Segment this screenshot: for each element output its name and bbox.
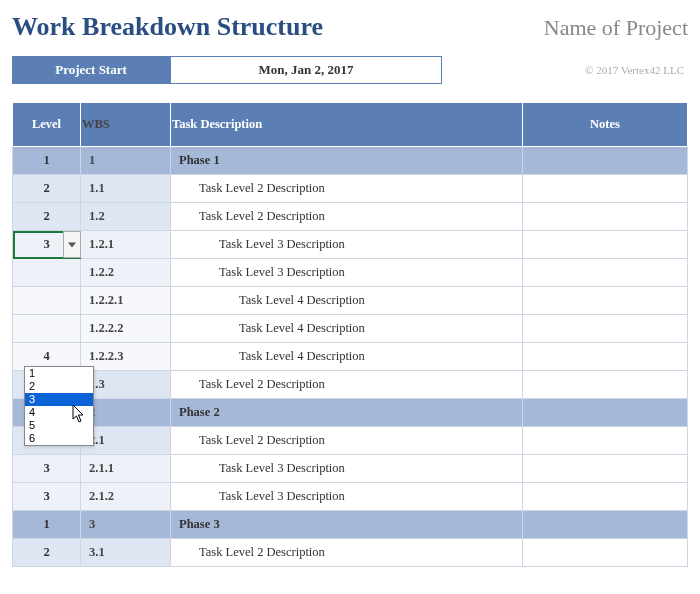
cell-description[interactable]: Task Level 2 Description (171, 539, 523, 567)
cell-wbs[interactable]: 1.2.2.1 (81, 287, 171, 315)
cell-level[interactable] (13, 259, 81, 287)
dropdown-option[interactable]: 1 (25, 367, 93, 380)
cell-notes[interactable] (523, 147, 688, 175)
table-row: 1.2.2.1Task Level 4 Description (13, 287, 688, 315)
wbs-table: Level WBS Task Description Notes 11Phase… (12, 102, 688, 567)
project-name: Name of Project (544, 15, 688, 41)
cell-description[interactable]: Phase 3 (171, 511, 523, 539)
table-row: 11Phase 1 (13, 147, 688, 175)
table-row: 21.2Task Level 2 Description (13, 203, 688, 231)
table-row: 32.1.2Task Level 3 Description (13, 483, 688, 511)
table-row: 12Phase 2 (13, 399, 688, 427)
cell-notes[interactable] (523, 539, 688, 567)
cell-notes[interactable] (523, 287, 688, 315)
cell-notes[interactable] (523, 203, 688, 231)
cell-notes[interactable] (523, 427, 688, 455)
copyright: © 2017 Vertex42 LLC (585, 56, 688, 84)
cell-description[interactable]: Task Level 2 Description (171, 427, 523, 455)
cell-notes[interactable] (523, 399, 688, 427)
dropdown-option[interactable]: 6 (25, 432, 93, 445)
cell-notes[interactable] (523, 175, 688, 203)
cell-wbs[interactable]: 1.2.2.3 (81, 343, 171, 371)
cell-description[interactable]: Task Level 2 Description (171, 175, 523, 203)
cell-description[interactable]: Task Level 2 Description (171, 203, 523, 231)
cell-description[interactable]: Phase 2 (171, 399, 523, 427)
cell-level[interactable]: 3 (13, 455, 81, 483)
cell-notes[interactable] (523, 343, 688, 371)
cell-wbs[interactable]: 1.3 (81, 371, 171, 399)
cell-description[interactable]: Task Level 4 Description (171, 315, 523, 343)
level-dropdown-list[interactable]: 123456 (24, 366, 94, 446)
cell-wbs[interactable]: 1 (81, 147, 171, 175)
project-start-label: Project Start (12, 56, 170, 84)
table-row: 1.2.2Task Level 3 Description (13, 259, 688, 287)
table-row: 21.1Task Level 2 Description (13, 175, 688, 203)
cell-description[interactable]: Phase 1 (171, 147, 523, 175)
cell-wbs[interactable]: 3.1 (81, 539, 171, 567)
cell-description[interactable]: Task Level 4 Description (171, 287, 523, 315)
cell-notes[interactable] (523, 483, 688, 511)
cell-level[interactable] (13, 287, 81, 315)
cell-notes[interactable] (523, 259, 688, 287)
table-row: 41.2.2.3Task Level 4 Description (13, 343, 688, 371)
cell-wbs[interactable]: 2 (81, 399, 171, 427)
cell-notes[interactable] (523, 231, 688, 259)
col-header-wbs: WBS (81, 103, 171, 147)
cell-level[interactable]: 3 (13, 483, 81, 511)
cell-description[interactable]: Task Level 3 Description (171, 231, 523, 259)
table-row: 1.2.2.2Task Level 4 Description (13, 315, 688, 343)
project-start-row: Project Start Mon, Jan 2, 2017 © 2017 Ve… (12, 56, 688, 84)
col-header-desc: Task Description (171, 103, 523, 147)
cell-description[interactable]: Task Level 2 Description (171, 371, 523, 399)
cell-level[interactable]: 3 (13, 231, 81, 259)
cell-description[interactable]: Task Level 4 Description (171, 343, 523, 371)
table-row: 22.1Task Level 2 Description (13, 427, 688, 455)
cell-level[interactable]: 2 (13, 539, 81, 567)
table-row: 31.2.1Task Level 3 Description (13, 231, 688, 259)
col-header-notes: Notes (523, 103, 688, 147)
col-header-level: Level (13, 103, 81, 147)
cell-notes[interactable] (523, 511, 688, 539)
cell-description[interactable]: Task Level 3 Description (171, 483, 523, 511)
cell-wbs[interactable]: 2.1 (81, 427, 171, 455)
cell-description[interactable]: Task Level 3 Description (171, 455, 523, 483)
cell-level[interactable]: 2 (13, 175, 81, 203)
dropdown-option[interactable]: 3 (25, 393, 93, 406)
cell-level[interactable]: 1 (13, 147, 81, 175)
cell-wbs[interactable]: 2.1.2 (81, 483, 171, 511)
cell-notes[interactable] (523, 371, 688, 399)
cell-level[interactable]: 2 (13, 203, 81, 231)
table-row: 13Phase 3 (13, 511, 688, 539)
cell-wbs[interactable]: 1.1 (81, 175, 171, 203)
table-row: 32.1.1Task Level 3 Description (13, 455, 688, 483)
cell-level[interactable]: 1 (13, 511, 81, 539)
project-start-date[interactable]: Mon, Jan 2, 2017 (170, 56, 442, 84)
page-title: Work Breakdown Structure (12, 12, 323, 42)
dropdown-option[interactable]: 2 (25, 380, 93, 393)
table-row: 23.1Task Level 2 Description (13, 539, 688, 567)
cell-level[interactable] (13, 315, 81, 343)
cell-wbs[interactable]: 1.2.2 (81, 259, 171, 287)
dropdown-option[interactable]: 4 (25, 406, 93, 419)
cell-wbs[interactable]: 2.1.1 (81, 455, 171, 483)
cell-wbs[interactable]: 1.2.1 (81, 231, 171, 259)
header-row: Level WBS Task Description Notes (13, 103, 688, 147)
table-row: 21.3Task Level 2 Description (13, 371, 688, 399)
cell-description[interactable]: Task Level 3 Description (171, 259, 523, 287)
header: Work Breakdown Structure Name of Project (12, 12, 688, 42)
dropdown-arrow-icon[interactable] (63, 231, 81, 258)
cell-wbs[interactable]: 1.2 (81, 203, 171, 231)
cell-wbs[interactable]: 3 (81, 511, 171, 539)
cell-wbs[interactable]: 1.2.2.2 (81, 315, 171, 343)
cell-notes[interactable] (523, 315, 688, 343)
cell-notes[interactable] (523, 455, 688, 483)
dropdown-option[interactable]: 5 (25, 419, 93, 432)
